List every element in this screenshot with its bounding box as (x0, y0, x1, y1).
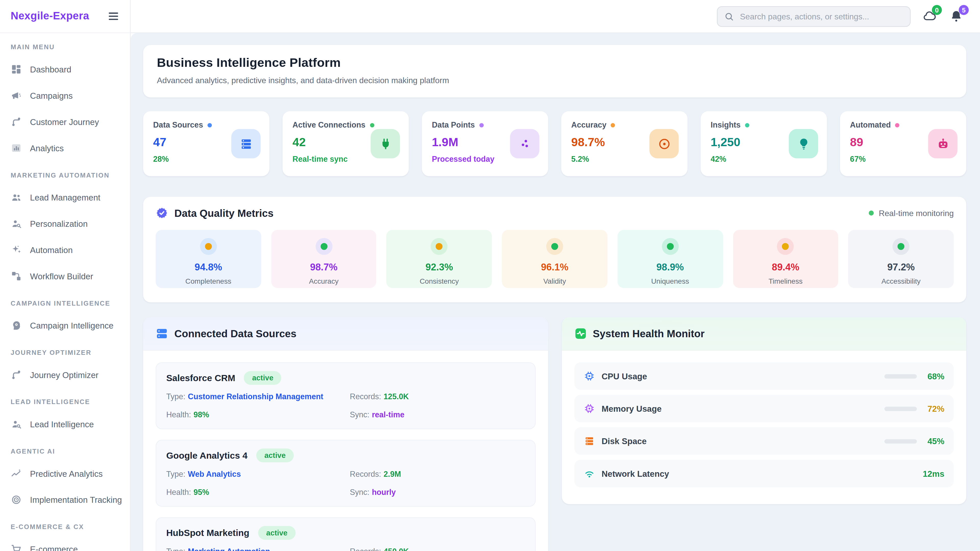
sidebar-item-label: Campaigns (30, 91, 73, 100)
sidebar-item-workflow-builder[interactable]: Workflow Builder (0, 263, 130, 289)
server-icon (231, 129, 261, 159)
source-type: Type:Customer Relationship Management (166, 392, 350, 401)
sidebar-item-label: Customer Journey (30, 117, 99, 127)
metric-value: 94.8% (195, 262, 222, 273)
brain-cog-icon (11, 320, 22, 331)
status-dot (895, 123, 900, 127)
page-title: Business Intelligence Platform (157, 56, 953, 70)
sidebar-item-dashboard[interactable]: Dashboard (0, 56, 130, 83)
health-row-label: Network Latency (601, 469, 923, 478)
nav-section-agentic-ai: AGENTIC AI (0, 437, 130, 460)
health-row-network: Network Latency 12ms (574, 460, 954, 487)
metric-dot (667, 243, 673, 250)
cloud-sync-button[interactable]: 0 (921, 8, 938, 24)
user-search-icon (11, 218, 22, 229)
plug-icon (371, 129, 400, 159)
search-input[interactable] (739, 11, 903, 22)
status-dot (611, 123, 615, 127)
status-dot (745, 123, 749, 127)
metric-value: 89.4% (772, 262, 799, 273)
health-row-value: 45% (923, 437, 944, 446)
sidebar: Nexgile-Expera MAIN MENU Dashboard Campa… (0, 0, 130, 551)
user-search-icon (11, 419, 22, 430)
source-health: Health:98% (166, 410, 350, 419)
metric-indicator (431, 238, 448, 255)
bar-chart-icon (11, 142, 22, 154)
realtime-monitoring-status: Real-time monitoring (869, 208, 954, 218)
sidebar-item-automation[interactable]: Automation (0, 237, 130, 263)
active-status-badge: active (244, 371, 282, 385)
metric-dot (436, 243, 443, 250)
sidebar-item-personalization[interactable]: Personalization (0, 210, 130, 237)
health-row-disk: Disk Space 45% (574, 427, 954, 455)
sidebar-item-analytics[interactable]: Analytics (0, 135, 130, 161)
source-type: Type:Marketing Automation (166, 547, 350, 551)
source-records: Records:450.0K (350, 547, 525, 551)
sidebar-item-label: Lead Management (30, 193, 100, 202)
green-status-dot (869, 210, 874, 216)
hamburger-menu-icon[interactable] (107, 10, 119, 22)
stat-label-row: Automated (850, 121, 956, 129)
stat-card-active-connections: Active Connections 42 Real-time sync (283, 111, 409, 176)
stat-label-row: Accuracy (571, 121, 677, 129)
sidebar-item-label: Journey Optimizer (30, 370, 99, 380)
stat-label-row: Data Sources (153, 121, 259, 129)
notifications-badge: 5 (959, 5, 969, 15)
source-sync: Sync:real-time (350, 410, 525, 419)
sidebar-item-predictive-analytics[interactable]: Predictive Analytics (0, 460, 130, 487)
active-status-badge: active (258, 526, 296, 540)
page-subtitle: Advanced analytics, predictive insights,… (157, 76, 953, 85)
realtime-monitoring-label: Real-time monitoring (879, 208, 954, 218)
progress-track (884, 439, 917, 443)
stat-label: Data Points (432, 121, 475, 129)
nav-section-journey-optimizer: JOURNEY OPTIMIZER (0, 338, 130, 362)
quality-tile-timeliness: 89.4% Timeliness (733, 230, 838, 288)
lightbulb-icon (789, 129, 818, 159)
main-content: Business Intelligence Platform Advanced … (130, 33, 980, 551)
app-window: Nexgile-Expera MAIN MENU Dashboard Campa… (0, 0, 980, 551)
source-records: Records:125.0K (350, 392, 525, 401)
status-dot (479, 123, 484, 127)
progress-track (884, 374, 917, 378)
sidebar-item-customer-journey[interactable]: Customer Journey (0, 109, 130, 135)
trend-sparkle-icon (11, 468, 22, 479)
sidebar-item-label: Predictive Analytics (30, 469, 103, 478)
progress-track (884, 407, 917, 411)
sidebar-item-lead-management[interactable]: Lead Management (0, 184, 130, 210)
stat-label: Insights (711, 121, 740, 129)
scatter-icon (510, 129, 539, 159)
stat-card-data-points: Data Points 1.9M Processed today (422, 111, 548, 176)
workflow-icon (11, 270, 22, 282)
sidebar-item-ecommerce[interactable]: E-commerce (0, 536, 130, 551)
sidebar-header: Nexgile-Expera (0, 0, 130, 33)
health-row-memory: Memory Usage 72% (574, 395, 954, 422)
brand-logo[interactable]: Nexgile-Expera (11, 10, 89, 22)
quality-tile-uniqueness: 98.9% Uniqueness (617, 230, 723, 288)
sidebar-item-label: Personalization (30, 219, 88, 228)
stat-label-row: Insights (711, 121, 817, 129)
nav-section-ecommerce-cx: E-COMMERCE & CX (0, 513, 130, 536)
page-header-card: Business Intelligence Platform Advanced … (143, 45, 966, 97)
health-row-cpu: CPU Usage 68% (574, 362, 954, 390)
status-dot (207, 123, 212, 127)
sidebar-item-campaign-intelligence[interactable]: Campaign Intelligence (0, 312, 130, 338)
metric-value: 97.2% (887, 262, 915, 273)
sidebar-item-label: Automation (30, 245, 73, 254)
sidebar-item-lead-intelligence[interactable]: Lead Intelligence (0, 411, 130, 437)
stat-card-insights: Insights 1,250 42% (700, 111, 827, 176)
global-search[interactable] (717, 6, 911, 27)
sidebar-item-journey-optimizer[interactable]: Journey Optimizer (0, 362, 130, 388)
health-row-label: Disk Space (601, 437, 884, 446)
sidebar-item-label: Analytics (30, 143, 64, 153)
nav-section-marketing-automation: MARKETING AUTOMATION (0, 161, 130, 184)
connected-data-sources-panel: Connected Data Sources Salesforce CRM ac… (143, 318, 548, 551)
sources-list: Salesforce CRM active Type:Customer Rela… (143, 351, 548, 551)
sidebar-item-implementation-tracking[interactable]: Implementation Tracking (0, 487, 130, 513)
sidebar-item-campaigns[interactable]: Campaigns (0, 83, 130, 109)
notifications-button[interactable]: 5 (948, 8, 964, 24)
health-panel-title: System Health Monitor (593, 327, 705, 340)
route-icon (11, 116, 22, 127)
quality-panel-title: Data Quality Metrics (174, 207, 274, 219)
dashboard-grid-icon (11, 64, 22, 75)
active-status-badge: active (256, 448, 294, 462)
